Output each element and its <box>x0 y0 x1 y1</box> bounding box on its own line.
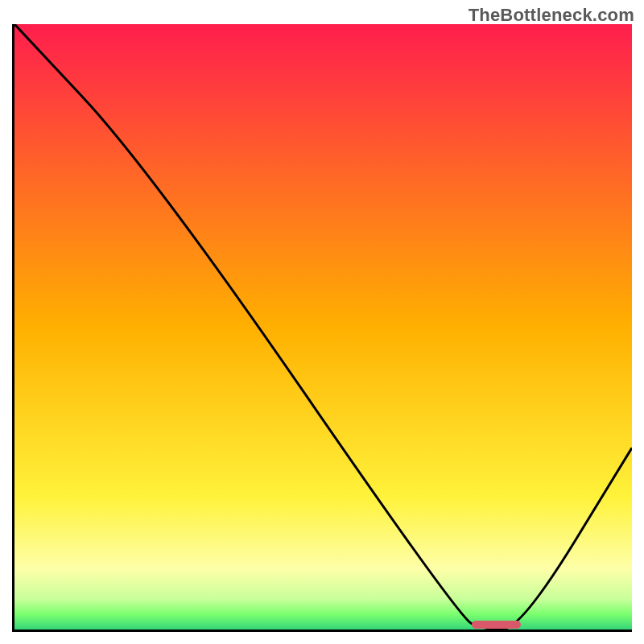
bottleneck-curve <box>14 24 632 630</box>
optimal-range-marker <box>472 621 521 629</box>
chart-plot-area <box>12 24 632 632</box>
watermark-text: TheBottleneck.com <box>469 5 634 26</box>
